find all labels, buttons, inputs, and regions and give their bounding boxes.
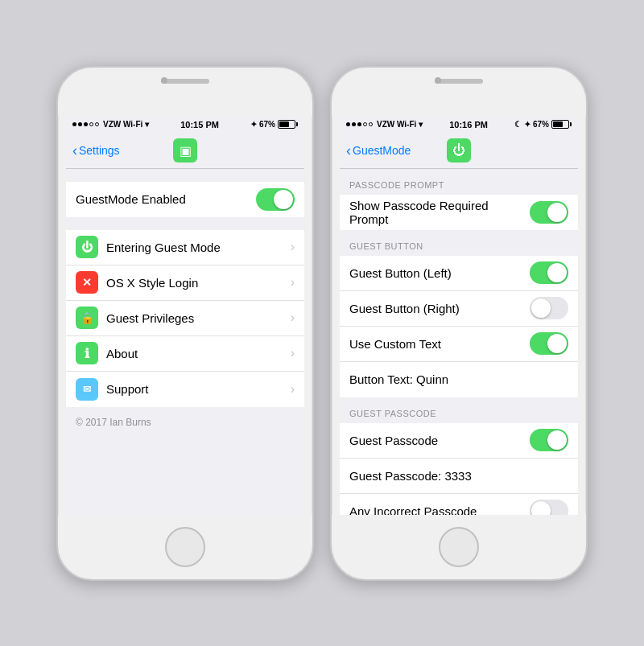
home-button-1[interactable] bbox=[165, 527, 205, 567]
battery-icon-1 bbox=[278, 120, 298, 129]
carrier-2: VZW Wi-Fi ▾ bbox=[377, 120, 423, 129]
battery-tip-2 bbox=[570, 122, 572, 126]
dot3 bbox=[84, 122, 88, 126]
screen-1: VZW Wi-Fi ▾ 10:15 PM ✦ 67% ‹ Settings bbox=[66, 116, 304, 515]
speaker-2 bbox=[435, 79, 483, 84]
section-header-guest-button: GUEST BUTTON bbox=[340, 230, 578, 256]
nav-icon-sym-2: ⏻ bbox=[452, 143, 465, 158]
toggle-knob-1 bbox=[274, 190, 293, 209]
icon-support: ✉ bbox=[76, 378, 98, 401]
row-any-incorrect-passcode[interactable]: Any Incorrect Passcode bbox=[340, 494, 578, 515]
row-button-text: Button Text: Quinn bbox=[340, 362, 578, 397]
row-guestmode-enabled[interactable]: GuestMode Enabled bbox=[66, 182, 304, 217]
chevron-5: › bbox=[291, 382, 295, 397]
nav-icon-1: ▣ bbox=[173, 138, 197, 163]
row-guest-privileges[interactable]: 🔒 Guest Privileges › bbox=[66, 301, 304, 336]
toggle-any-incorrect-passcode[interactable] bbox=[530, 500, 568, 515]
toggle-guest-passcode[interactable] bbox=[530, 429, 568, 451]
dot2 bbox=[78, 122, 82, 126]
phone-top-2 bbox=[332, 68, 586, 116]
group-main-1: GuestMode Enabled bbox=[66, 182, 304, 217]
battery-fill-2 bbox=[553, 121, 563, 127]
label-entering-guest-mode: Entering Guest Mode bbox=[106, 241, 291, 254]
dot1 bbox=[72, 122, 76, 126]
icon-sym-3: 🔒 bbox=[80, 311, 94, 324]
toggle-guestmode-enabled[interactable] bbox=[256, 188, 295, 211]
home-button-2[interactable] bbox=[439, 527, 479, 567]
icon-sym-1: ⏻ bbox=[81, 241, 93, 253]
spacer-1 bbox=[66, 169, 304, 182]
label-guest-button-left: Guest Button (Left) bbox=[349, 266, 530, 280]
row-use-custom-text[interactable]: Use Custom Text bbox=[340, 327, 578, 362]
toggle-guest-button-right[interactable] bbox=[530, 297, 568, 319]
battery-tip-1 bbox=[296, 122, 298, 126]
dot5 bbox=[95, 122, 99, 126]
chevron-1: › bbox=[291, 240, 295, 254]
screen-2: VZW Wi-Fi ▾ 10:16 PM ☾ ✦ 67% ‹ GuestMode bbox=[340, 116, 578, 515]
dot2-5 bbox=[369, 122, 373, 126]
row-guest-button-right[interactable]: Guest Button (Right) bbox=[340, 291, 578, 327]
front-camera-1 bbox=[161, 77, 167, 84]
status-bar-1: VZW Wi-Fi ▾ 10:15 PM ✦ 67% bbox=[66, 116, 304, 134]
nav-icon-2: ⏻ bbox=[447, 138, 471, 163]
label-about: About bbox=[106, 347, 291, 360]
label-show-passcode-prompt: Show Passcode Required Prompt bbox=[349, 199, 530, 226]
dot2-1 bbox=[346, 122, 350, 126]
phone-2: VZW Wi-Fi ▾ 10:16 PM ☾ ✦ 67% ‹ GuestMode bbox=[330, 66, 588, 581]
section-header-guest-passcode: GUEST PASSCODE bbox=[340, 397, 578, 423]
icon-sym-5: ✉ bbox=[83, 384, 91, 395]
row-osx-login[interactable]: ✕ OS X Style Login › bbox=[66, 265, 304, 301]
toggle-knob-passcode-prompt bbox=[547, 203, 567, 222]
dot2-2 bbox=[352, 122, 356, 126]
row-guest-button-left[interactable]: Guest Button (Left) bbox=[340, 256, 578, 291]
moon-icon: ☾ bbox=[514, 120, 522, 129]
battery-icon-2 bbox=[551, 120, 572, 129]
chevron-4: › bbox=[291, 346, 295, 360]
label-guest-passcode-value: Guest Passcode: 3333 bbox=[349, 469, 568, 483]
toggle-use-custom-text[interactable] bbox=[530, 332, 568, 355]
label-use-custom-text: Use Custom Text bbox=[349, 337, 530, 351]
toggle-guest-button-left[interactable] bbox=[530, 261, 568, 284]
group-items-1: ⏻ Entering Guest Mode › ✕ OS X Style Log… bbox=[66, 230, 304, 407]
row-guest-passcode[interactable]: Guest Passcode bbox=[340, 423, 578, 459]
carrier-1: VZW Wi-Fi ▾ bbox=[103, 120, 149, 129]
phone-bottom-1 bbox=[58, 515, 312, 579]
row-support[interactable]: ✉ Support › bbox=[66, 372, 304, 407]
status-left-2: VZW Wi-Fi ▾ bbox=[346, 120, 423, 129]
section-header-passcode-prompt: PASSCODE PROMPT bbox=[340, 169, 578, 195]
toggle-knob-gbr bbox=[531, 298, 551, 318]
back-button-2[interactable]: ‹ GuestMode bbox=[346, 143, 411, 158]
spacer-2 bbox=[66, 217, 304, 230]
bluetooth-2: ✦ bbox=[524, 120, 530, 129]
label-osx-login: OS X Style Login bbox=[106, 276, 291, 290]
row-about[interactable]: ℹ About › bbox=[66, 336, 304, 372]
label-button-text: Button Text: Quinn bbox=[349, 372, 568, 386]
row-entering-guest-mode[interactable]: ⏻ Entering Guest Mode › bbox=[66, 230, 304, 265]
status-right-1: ✦ 67% bbox=[250, 120, 298, 129]
back-label-1: Settings bbox=[79, 144, 120, 157]
phone-bottom-2 bbox=[332, 515, 586, 579]
battery-fill-1 bbox=[279, 121, 289, 127]
icon-about: ℹ bbox=[76, 342, 98, 364]
nav-icon-sym-1: ▣ bbox=[180, 143, 192, 158]
content-2: PASSCODE PROMPT Show Passcode Required P… bbox=[340, 169, 578, 515]
back-chevron-2: ‹ bbox=[346, 143, 351, 158]
front-camera-2 bbox=[435, 77, 441, 84]
toggle-knob-gbl bbox=[547, 263, 567, 282]
toggle-knob-aip bbox=[531, 501, 551, 515]
group-guest-passcode: Guest Passcode Guest Passcode: 3333 Any … bbox=[340, 423, 578, 515]
speaker-1 bbox=[161, 79, 209, 84]
status-right-2: ☾ ✦ 67% bbox=[514, 120, 572, 129]
toggle-show-passcode-prompt[interactable] bbox=[530, 201, 568, 224]
row-show-passcode-prompt[interactable]: Show Passcode Required Prompt bbox=[340, 195, 578, 230]
dot4 bbox=[89, 122, 93, 126]
icon-entering-guest-mode: ⏻ bbox=[76, 236, 98, 258]
icon-osx-login: ✕ bbox=[76, 271, 98, 294]
phone-1: VZW Wi-Fi ▾ 10:15 PM ✦ 67% ‹ Settings bbox=[56, 66, 314, 581]
battery-body-1 bbox=[278, 120, 295, 129]
battery-pct-2: 67% bbox=[533, 120, 549, 129]
icon-sym-2: ✕ bbox=[82, 276, 92, 289]
back-button-1[interactable]: ‹ Settings bbox=[72, 143, 120, 158]
label-support: Support bbox=[106, 382, 291, 396]
label-guest-passcode: Guest Passcode bbox=[349, 434, 530, 447]
